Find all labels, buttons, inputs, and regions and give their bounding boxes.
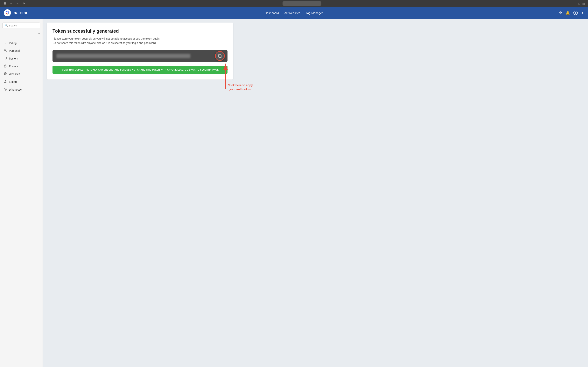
- lock-icon: [3, 64, 7, 68]
- description-line-2: Do not share this token with anyone else…: [52, 41, 227, 45]
- sidebar-item-label: Personal: [9, 49, 20, 52]
- nav-tag-manager[interactable]: Tag Manager: [306, 11, 323, 15]
- search-box: 🔍: [2, 23, 40, 28]
- search-icon: 🔍: [4, 24, 8, 27]
- copy-token-button[interactable]: ❏: [215, 51, 225, 61]
- export-icon: [3, 80, 7, 84]
- sidebar-item-diagnostic[interactable]: Diagnostic: [0, 86, 42, 93]
- sidebar-item-label: Diagnostic: [9, 88, 22, 91]
- search-container: 🔍: [0, 21, 42, 31]
- sidebar-item-label: Privacy: [9, 65, 18, 68]
- token-blurred-value: [56, 54, 190, 58]
- main-content: Token successfully generated Please stor…: [43, 19, 588, 367]
- description-line-1: Please store your token securely as you …: [52, 37, 227, 41]
- sidebar-toggle-btn[interactable]: ☰: [3, 1, 7, 5]
- svg-point-0: [5, 10, 10, 16]
- diagnostic-icon: [3, 88, 7, 92]
- logo-icon: [4, 9, 11, 16]
- collapse-button[interactable]: ⌃: [0, 31, 42, 38]
- content-card: Token successfully generated Please stor…: [47, 23, 233, 80]
- sidebar-view-btn[interactable]: ◫: [582, 2, 585, 5]
- svg-rect-8: [4, 66, 6, 67]
- search-input[interactable]: [9, 24, 38, 27]
- settings-icon[interactable]: ⚙: [559, 11, 562, 15]
- svg-point-3: [7, 14, 8, 15]
- logout-icon[interactable]: ➤: [581, 11, 584, 15]
- header-nav: Dashboard All Websites Tag Manager: [265, 11, 323, 15]
- token-area: [52, 50, 227, 62]
- confirm-copied-button[interactable]: I CONFIRM I COPIED THE TOKEN AND UNDERST…: [52, 66, 227, 74]
- annotation-arrow-svg: [220, 62, 231, 89]
- app-body: 🔍 ⌃ ⌄ Billing Personal: [0, 19, 588, 367]
- browser-chrome: ☰ ← → ↻ □ ◫: [0, 0, 588, 7]
- sidebar-item-label: Export: [9, 80, 17, 83]
- svg-point-4: [5, 49, 6, 50]
- annotation-text: Click here to copy your auth token: [228, 83, 253, 91]
- nav-dashboard[interactable]: Dashboard: [265, 11, 279, 15]
- sidebar-item-export[interactable]: Export: [0, 78, 42, 86]
- sidebar-item-personal[interactable]: Personal: [0, 47, 42, 55]
- bell-icon[interactable]: 🔔: [566, 11, 570, 15]
- info-icon[interactable]: i: [573, 11, 578, 15]
- sidebar-item-billing[interactable]: ⌄ Billing: [0, 39, 42, 47]
- chevron-down-icon: ⌄: [3, 41, 7, 45]
- url-bar[interactable]: [283, 1, 321, 6]
- globe-icon: [3, 72, 7, 76]
- nav-all-websites[interactable]: All Websites: [285, 11, 300, 15]
- card-description: Please store your token securely as you …: [52, 37, 227, 45]
- sidebar-item-websites[interactable]: Websites: [0, 70, 42, 78]
- copy-icon: ❏: [218, 54, 222, 58]
- annotation-text-line2: your auth token: [228, 87, 253, 91]
- split-view-btn[interactable]: □: [579, 2, 580, 5]
- header-icons: ⚙ 🔔 i ➤: [559, 11, 584, 15]
- refresh-btn[interactable]: ↻: [22, 1, 26, 5]
- logo-text: matomo: [12, 10, 28, 15]
- app-header: matomo Dashboard All Websites Tag Manage…: [0, 7, 588, 19]
- logo[interactable]: matomo: [4, 9, 28, 16]
- sidebar: 🔍 ⌃ ⌄ Billing Personal: [0, 19, 43, 367]
- browser-nav: ☰ ← → ↻: [3, 1, 26, 5]
- back-btn[interactable]: ←: [9, 1, 13, 5]
- svg-point-13: [5, 89, 6, 90]
- sidebar-item-label: Websites: [9, 73, 20, 76]
- svg-rect-5: [4, 57, 7, 59]
- sidebar-item-privacy[interactable]: Privacy: [0, 62, 42, 70]
- annotation-text-line1: Click here to copy: [228, 83, 253, 87]
- system-icon: [3, 57, 7, 60]
- sidebar-item-system[interactable]: System: [0, 55, 42, 62]
- sidebar-item-label: System: [9, 57, 18, 60]
- browser-actions: □ ◫: [579, 2, 585, 5]
- collapse-icon: ⌃: [38, 33, 40, 36]
- sidebar-menu: ⌄ Billing Personal: [0, 38, 42, 95]
- card-title: Token successfully generated: [52, 28, 227, 34]
- sidebar-item-label: Billing: [9, 42, 17, 45]
- matomo-logo-svg: [5, 10, 10, 16]
- person-icon: [3, 49, 7, 53]
- forward-btn[interactable]: →: [16, 1, 19, 5]
